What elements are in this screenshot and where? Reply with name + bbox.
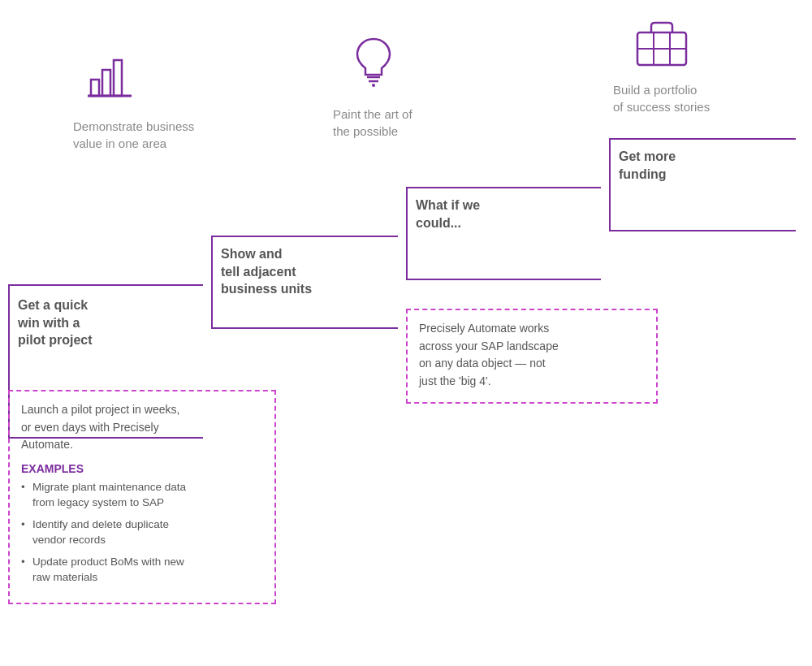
lightbulb-icon [349, 32, 398, 89]
bullet-list: Migrate plant maintenance datafrom legac… [21, 480, 263, 585]
step-label-2-text: Paint the art ofthe possible [333, 107, 412, 138]
svg-rect-2 [102, 70, 110, 96]
bar-chart-icon-container [81, 49, 138, 109]
box1-header: Get a quickwin with apilot project [18, 296, 192, 349]
bullet-item-2: Identify and delete duplicatevendor reco… [21, 517, 263, 548]
step-label-1-text: Demonstrate business value in one area [73, 119, 194, 150]
svg-point-6 [372, 84, 375, 87]
dotted-section-2-text: Precisely Automate works across your SAP… [419, 320, 645, 391]
dotted-section-2: Precisely Automate works across your SAP… [406, 309, 658, 404]
examples-label: EXAMPLES [21, 462, 263, 475]
briefcase-icon-container [633, 16, 690, 72]
step-label-1: Demonstrate business value in one area [73, 118, 203, 152]
main-container: Demonstrate business value in one area P… [0, 0, 812, 666]
step-label-2: Paint the art ofthe possible [333, 106, 463, 140]
bar-chart-icon [81, 49, 138, 106]
lightbulb-icon-container [349, 32, 398, 93]
svg-rect-1 [91, 80, 99, 96]
bullet-item-1: Migrate plant maintenance datafrom legac… [21, 480, 263, 511]
step-label-3: Build a portfolioof success stories [613, 81, 775, 115]
step-label-3-text: Build a portfolioof success stories [613, 83, 710, 114]
box4-header: Get morefunding [619, 148, 785, 183]
svg-rect-3 [114, 60, 122, 96]
launch-text: Launch a pilot project in weeks, or even… [21, 401, 263, 454]
box2-header: Show andtell adjacentbusiness units [221, 245, 387, 298]
bullet-item-3: Update product BoMs with newraw material… [21, 555, 263, 586]
briefcase-icon [633, 16, 690, 69]
dotted-section-1: Launch a pilot project in weeks, or even… [8, 390, 276, 604]
box3-header: What if wecould... [416, 197, 590, 231]
